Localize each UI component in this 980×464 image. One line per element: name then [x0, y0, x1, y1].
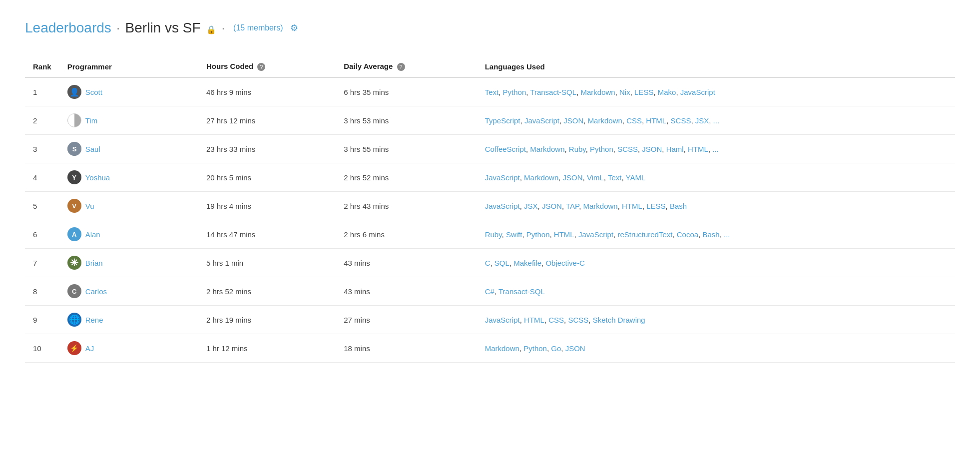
language-tag[interactable]: TypeScript — [485, 116, 520, 125]
daily-cell: 43 mins — [336, 277, 477, 306]
hours-coded-help-icon[interactable]: ? — [257, 63, 265, 71]
language-tag[interactable]: Markdown — [485, 344, 519, 353]
language-tag[interactable]: Markdown — [583, 202, 617, 210]
programmer-name[interactable]: Scott — [85, 88, 102, 96]
language-tag[interactable]: TAP — [566, 202, 579, 210]
separator: · — [116, 20, 120, 36]
hours-cell: 46 hrs 9 mins — [198, 77, 336, 106]
daily-cell: 3 hrs 55 mins — [336, 135, 477, 163]
programmer-name[interactable]: Yoshua — [85, 173, 110, 182]
language-tag[interactable]: JSON — [642, 145, 662, 153]
language-tag[interactable]: reStructuredText — [617, 230, 672, 239]
language-tag[interactable]: Transact-SQL — [530, 88, 576, 96]
avatar: ⚡ — [67, 341, 81, 355]
language-tag[interactable]: SCSS — [568, 316, 588, 324]
hours-cell: 14 hrs 47 mins — [198, 220, 336, 249]
language-tag[interactable]: ... — [713, 116, 720, 125]
avatar: Y — [67, 170, 81, 184]
programmer-name[interactable]: Rene — [85, 316, 103, 324]
language-tag[interactable]: JSON — [563, 173, 583, 182]
language-tag[interactable]: SCSS — [617, 145, 638, 153]
programmer-cell: 👤Scott — [59, 77, 198, 106]
programmer-name[interactable]: Tim — [85, 116, 97, 125]
language-tag[interactable]: Markdown — [524, 173, 558, 182]
leaderboards-label[interactable]: Leaderboards — [25, 20, 111, 36]
language-tag[interactable]: JavaScript — [578, 230, 613, 239]
programmer-cell: SSaul — [59, 135, 198, 163]
language-tag[interactable]: C — [485, 259, 490, 267]
programmer-name[interactable]: Brian — [85, 259, 103, 267]
lock-icon: 🔒 — [206, 25, 216, 34]
language-tag[interactable]: Bash — [702, 230, 719, 239]
language-tag[interactable]: Makefile — [513, 259, 541, 267]
members-count[interactable]: (15 members) — [233, 23, 283, 32]
language-tag[interactable]: Markdown — [588, 116, 622, 125]
language-tag[interactable]: Go — [551, 344, 561, 353]
language-tag[interactable]: Nix — [619, 88, 630, 96]
language-tag[interactable]: YAML — [626, 173, 646, 182]
rank-column-header: Rank — [25, 56, 59, 77]
language-tag[interactable]: C# — [485, 287, 494, 296]
language-tag[interactable]: CSS — [548, 316, 564, 324]
language-tag[interactable]: Markdown — [530, 145, 564, 153]
language-tag[interactable]: Mako — [658, 88, 676, 96]
rank-cell: 2 — [25, 106, 59, 135]
language-tag[interactable]: JavaScript — [485, 316, 520, 324]
daily-average-column-header: Daily Average ? — [336, 56, 477, 77]
programmer-name[interactable]: Alan — [85, 230, 100, 239]
programmer-name[interactable]: AJ — [85, 344, 94, 353]
language-tag[interactable]: Cocoa — [677, 230, 698, 239]
language-tag[interactable]: LESS — [634, 88, 653, 96]
language-tag[interactable]: HTML — [554, 230, 574, 239]
gear-icon[interactable]: ⚙ — [290, 22, 298, 33]
language-tag[interactable]: JSON — [563, 116, 583, 125]
language-tag[interactable]: Python — [523, 344, 547, 353]
language-tag[interactable]: Haml — [666, 145, 684, 153]
language-tag[interactable]: SQL — [494, 259, 509, 267]
language-tag[interactable]: ... — [724, 230, 730, 239]
language-tag[interactable]: JavaScript — [524, 116, 559, 125]
language-tag[interactable]: JavaScript — [485, 202, 520, 210]
language-tag[interactable]: Transact-SQL — [498, 287, 545, 296]
language-tag[interactable]: Python — [503, 88, 526, 96]
language-tag[interactable]: HTML — [622, 202, 642, 210]
table-row: 6AAlan14 hrs 47 mins2 hrs 6 minsRuby, Sw… — [25, 220, 955, 249]
language-tag[interactable]: Text — [485, 88, 499, 96]
language-tag[interactable]: Ruby — [485, 230, 502, 239]
languages-cell: Markdown, Python, Go, JSON — [477, 334, 955, 363]
language-tag[interactable]: SCSS — [671, 116, 691, 125]
language-tag[interactable]: Swift — [506, 230, 522, 239]
language-tag[interactable]: CoffeeScript — [485, 145, 526, 153]
languages-cell: JavaScript, HTML, CSS, SCSS, Sketch Draw… — [477, 306, 955, 334]
language-tag[interactable]: ... — [712, 145, 719, 153]
language-tag[interactable]: Python — [526, 230, 550, 239]
language-tag[interactable]: CSS — [626, 116, 642, 125]
language-tag[interactable]: Text — [608, 173, 622, 182]
language-tag[interactable]: Sketch Drawing — [593, 316, 645, 324]
language-tag[interactable]: Objective-C — [545, 259, 584, 267]
daily-average-help-icon[interactable]: ? — [397, 63, 405, 71]
language-tag[interactable]: JSX — [695, 116, 709, 125]
programmer-cell: YYoshua — [59, 163, 198, 192]
language-tag[interactable]: Python — [590, 145, 613, 153]
language-tag[interactable]: Bash — [670, 202, 687, 210]
language-tag[interactable]: LESS — [646, 202, 665, 210]
language-tag[interactable]: Ruby — [569, 145, 586, 153]
language-tag[interactable]: JSON — [565, 344, 585, 353]
avatar: 🌐 — [67, 313, 81, 327]
programmer-name[interactable]: Vu — [85, 202, 94, 210]
language-tag[interactable]: JavaScript — [485, 173, 520, 182]
language-tag[interactable]: VimL — [587, 173, 604, 182]
language-tag[interactable]: HTML — [688, 145, 708, 153]
language-tag[interactable]: JSX — [524, 202, 538, 210]
programmer-name[interactable]: Saul — [85, 145, 100, 153]
language-tag[interactable]: HTML — [646, 116, 666, 125]
language-tag[interactable]: HTML — [524, 316, 544, 324]
table-row: 4YYoshua20 hrs 5 mins2 hrs 52 minsJavaSc… — [25, 163, 955, 192]
language-tag[interactable]: JavaScript — [680, 88, 715, 96]
programmer-name[interactable]: Carlos — [85, 287, 107, 296]
language-tag[interactable]: Markdown — [580, 88, 615, 96]
rank-cell: 1 — [25, 77, 59, 106]
rank-cell: 9 — [25, 306, 59, 334]
language-tag[interactable]: JSON — [542, 202, 562, 210]
